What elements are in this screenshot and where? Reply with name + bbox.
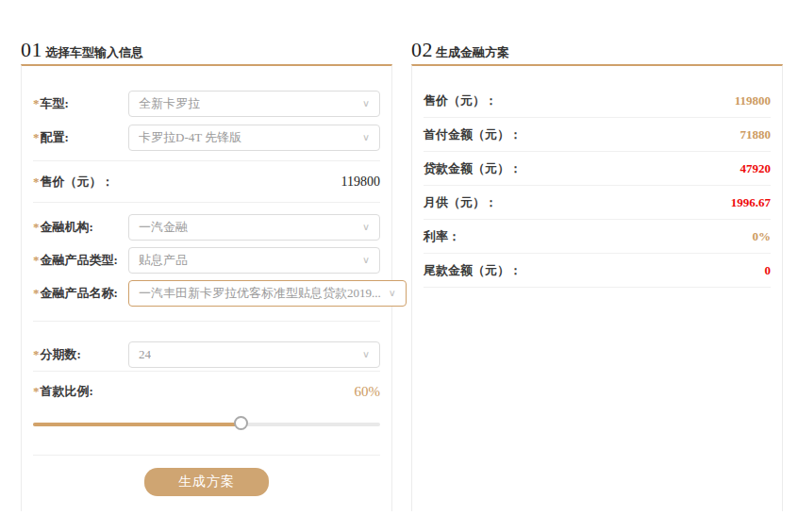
plan-label: 月供（元）： [424, 194, 497, 211]
finance-calculator-page: 01 选择车型输入信息 *车型: 全新卡罗拉 ∨ *配置: 卡罗拉D-4T 先锋… [0, 0, 798, 532]
model-select-value: 全新卡罗拉 [139, 95, 200, 112]
finance-org-row: *金融机构: 一汽金融 ∨ [33, 210, 380, 243]
plan-row-loan-amount: 贷款金额（元）： 47920 [424, 152, 771, 186]
required-asterisk: * [33, 96, 40, 110]
trim-field-row: *配置: 卡罗拉D-4T 先锋版 ∨ [33, 121, 380, 155]
required-asterisk: * [33, 347, 40, 361]
chevron-down-icon: ∨ [362, 255, 370, 264]
product-name-label: *金融产品名称: [33, 285, 128, 302]
trim-select[interactable]: 卡罗拉D-4T 先锋版 ∨ [128, 125, 380, 151]
required-asterisk: * [33, 130, 40, 144]
slider-fill [33, 423, 241, 426]
model-select[interactable]: 全新卡罗拉 ∨ [128, 91, 380, 117]
product-type-value: 贴息产品 [139, 252, 188, 269]
plan-label: 贷款金额（元）： [424, 160, 522, 177]
required-asterisk: * [33, 220, 40, 234]
section-number: 02 [411, 38, 433, 62]
plan-label: 利率： [424, 228, 460, 245]
plan-row-downpayment: 首付金额（元）： 71880 [424, 118, 771, 152]
chevron-down-icon: ∨ [362, 99, 370, 108]
plan-label: 尾款金额（元）： [424, 262, 522, 279]
plan-row-interest-rate: 利率： 0% [424, 220, 771, 254]
chevron-down-icon: ∨ [362, 133, 370, 142]
downpayment-ratio-value: 60% [355, 384, 381, 400]
plan-value: 47920 [740, 161, 772, 176]
generate-plan-button[interactable]: 生成方案 [144, 468, 269, 496]
plan-value: 1996.67 [731, 195, 771, 210]
finance-plan-panel: 售价（元）： 119800 首付金额（元）： 71880 贷款金额（元）： 47… [411, 64, 783, 511]
model-field-row: *车型: 全新卡罗拉 ∨ [33, 87, 380, 121]
plan-value: 0% [753, 229, 772, 244]
slider-track[interactable] [33, 423, 380, 426]
required-asterisk: * [33, 286, 40, 300]
chevron-down-icon: ∨ [389, 288, 396, 297]
downpayment-ratio-label: *首款比例: [33, 383, 128, 400]
section-number: 01 [21, 38, 42, 62]
divider [33, 455, 380, 456]
price-value: 119800 [341, 175, 380, 190]
model-group: *车型: 全新卡罗拉 ∨ *配置: 卡罗拉D-4T 先锋版 ∨ [33, 66, 380, 155]
plan-label: 首付金额（元）： [424, 126, 522, 143]
plan-label: 售价（元）： [424, 92, 497, 109]
price-row: *售价（元）： 119800 [33, 161, 380, 203]
term-select[interactable]: 24 ∨ [128, 341, 380, 368]
downpayment-ratio-row: *首款比例: 60% [33, 372, 380, 411]
section-title: 选择车型输入信息 [45, 44, 143, 61]
product-type-select[interactable]: 贴息产品 ∨ [128, 247, 380, 274]
section-header-left: 01 选择车型输入信息 [21, 38, 392, 62]
product-name-select[interactable]: 一汽丰田新卡罗拉优客标准型贴息贷款2019... ∨ [128, 280, 407, 307]
finance-org-value: 一汽金融 [139, 219, 188, 236]
term-label: *分期数: [33, 346, 128, 363]
product-name-row: *金融产品名称: 一汽丰田新卡罗拉优客标准型贴息贷款2019... ∨ [33, 276, 380, 309]
slider-handle[interactable] [234, 416, 248, 430]
vehicle-input-panel: *车型: 全新卡罗拉 ∨ *配置: 卡罗拉D-4T 先锋版 ∨ *售价（元）： [21, 64, 392, 511]
section-title: 生成金融方案 [436, 44, 509, 61]
chevron-down-icon: ∨ [362, 349, 370, 358]
term-value: 24 [139, 347, 151, 362]
downpayment-slider[interactable] [33, 411, 380, 438]
button-row: 生成方案 [33, 468, 380, 496]
required-asterisk: * [33, 253, 40, 267]
plan-row-monthly-payment: 月供（元）： 1996.67 [424, 186, 771, 220]
plan-value: 0 [765, 263, 772, 278]
section-header-right: 02 生成金融方案 [411, 38, 783, 62]
finance-group: *金融机构: 一汽金融 ∨ *金融产品类型: 贴息产品 ∨ *金融产品名称: [33, 203, 380, 309]
plan-row-balloon-amount: 尾款金额（元）： 0 [424, 254, 771, 288]
finance-plan-section: 02 生成金融方案 售价（元）： 119800 首付金额（元）： 71880 贷… [411, 38, 783, 511]
model-field-label: *车型: [33, 95, 128, 112]
product-name-value: 一汽丰田新卡罗拉优客标准型贴息贷款2019... [139, 285, 381, 302]
trim-select-value: 卡罗拉D-4T 先锋版 [139, 129, 241, 146]
finance-org-label: *金融机构: [33, 219, 128, 236]
plan-value: 71880 [740, 127, 772, 142]
chevron-down-icon: ∨ [362, 222, 370, 231]
divider [33, 321, 380, 322]
plan-rows: 售价（元）： 119800 首付金额（元）： 71880 贷款金额（元）： 47… [424, 66, 771, 288]
term-row: *分期数: 24 ∨ [33, 338, 380, 372]
trim-field-label: *配置: [33, 129, 128, 146]
required-asterisk: * [33, 175, 40, 189]
product-type-row: *金融产品类型: 贴息产品 ∨ [33, 243, 380, 276]
finance-org-select[interactable]: 一汽金融 ∨ [128, 214, 380, 241]
vehicle-input-section: 01 选择车型输入信息 *车型: 全新卡罗拉 ∨ *配置: 卡罗拉D-4T 先锋… [21, 38, 392, 511]
price-label: *售价（元）： [33, 174, 128, 191]
plan-value: 119800 [735, 93, 771, 108]
required-asterisk: * [33, 384, 40, 398]
plan-row-price: 售价（元）： 119800 [424, 84, 771, 118]
product-type-label: *金融产品类型: [33, 252, 128, 269]
